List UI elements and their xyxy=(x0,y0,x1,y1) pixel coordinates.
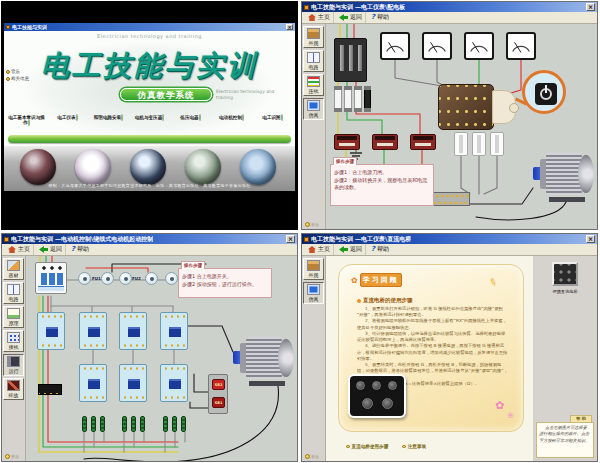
english-tagline: Electrician technology and training xyxy=(4,33,295,39)
menu-item-drawing-reading[interactable]: 电工识图 xyxy=(252,115,293,125)
stop-button[interactable]: SB2 xyxy=(212,379,225,390)
subtitle-banner: 仿真教学系统 xyxy=(120,88,212,101)
sidebar-button-principle[interactable]: 原理 xyxy=(3,306,24,328)
help-button[interactable]: ?帮助 xyxy=(368,12,392,23)
ground-symbol xyxy=(350,152,362,154)
analog-meter xyxy=(422,32,452,60)
sidebar-button-materials[interactable]: 器材 xyxy=(3,258,24,280)
music-icon xyxy=(305,454,310,459)
help-label: 帮助 xyxy=(77,245,89,254)
knife-switch[interactable] xyxy=(334,38,367,82)
badge-text: 学习回顾 xyxy=(360,273,402,287)
sidebar-button-appearance[interactable]: 外观 xyxy=(303,26,324,48)
menu-label: 电工基本常识与操作 xyxy=(8,115,45,125)
fuse xyxy=(101,272,114,285)
sidebar-button-run[interactable]: 运行 xyxy=(3,354,24,376)
link-precautions[interactable]: 注意事项 xyxy=(402,444,426,449)
transfer-switch[interactable] xyxy=(438,84,494,130)
menu-label: 电动机控制 xyxy=(219,115,242,120)
help-button[interactable]: ?帮助 xyxy=(68,244,92,255)
titlebar: 电工技能与实训 —电工仪表\配电板 × xyxy=(302,2,597,12)
close-icon[interactable]: × xyxy=(286,235,295,243)
magnifier-detail[interactable] xyxy=(522,70,566,114)
help-button[interactable]: ?帮助 xyxy=(368,244,392,255)
menu-label: 照明电路安装 xyxy=(94,115,122,120)
close-icon[interactable]: × xyxy=(586,235,595,243)
back-button[interactable]: 返回 xyxy=(336,244,366,255)
contactor xyxy=(160,364,188,402)
step-line: 步骤2：拨动转换开关，观察电压表和电流表的读数。 xyxy=(334,177,430,192)
menu-item-lv-apparatus[interactable]: 低压电器 xyxy=(170,115,211,125)
menu-item-instruments[interactable]: 电工仪表 xyxy=(47,115,88,125)
start-button[interactable]: SB1 xyxy=(212,397,225,408)
menu-item-lighting[interactable]: 照明电路安装 xyxy=(88,115,129,125)
troubleshoot-icon xyxy=(7,380,20,391)
content-step: 4、进行电桥平衡调节。先按下按钮 B 接通电源，再按下按钮 G 接通检流计，根据… xyxy=(357,343,509,362)
menu-label: 低压电器 xyxy=(180,115,198,120)
music-toggle[interactable]: 音乐 xyxy=(305,222,319,227)
principle-icon xyxy=(7,308,20,319)
home-button[interactable]: 主页 xyxy=(305,244,334,255)
letterbox-bar xyxy=(1,191,298,230)
sidebar-button-simulation[interactable]: 仿真 xyxy=(303,282,324,304)
bridge-thumbnail[interactable] xyxy=(552,262,578,286)
back-button[interactable]: 返回 xyxy=(336,12,366,23)
window-title: 电工技能与实训 xyxy=(12,24,47,30)
home-button[interactable]: 主页 xyxy=(5,244,34,255)
sidebar-button-circuit[interactable]: 电路 xyxy=(303,50,324,72)
close-icon[interactable]: × xyxy=(286,24,293,30)
menu-bullet-icon[interactable] xyxy=(28,119,30,126)
menu-bullet-icon[interactable] xyxy=(242,114,244,121)
steps-tab: 操作步骤 xyxy=(181,261,205,269)
window-title: 电工技能与实训 —电工仪表\配电板 xyxy=(311,3,405,12)
learning-content: ✿学习回顾 直流电桥的使用步骤 1、测量前先打开检流计锁扣，即将 G 接线柱处的… xyxy=(326,256,597,461)
help-text: 点击右侧图片可选择要进行相应操作的器件。点击下方按钮可学习相关知识。 xyxy=(539,425,591,444)
computer-icon xyxy=(307,100,320,111)
music-toggle[interactable]: 音乐 xyxy=(5,454,19,459)
back-button[interactable]: 返回 xyxy=(36,244,66,255)
content-step: 2、将被测电阻用较粗的短导线接于面板上标有“RX”的两接线柱上并旋紧，使其处于良… xyxy=(357,318,509,330)
menu-bullet-icon[interactable] xyxy=(162,114,164,121)
menu-item-motor-control[interactable]: 电动机控制 xyxy=(211,115,252,125)
content-step: 1、测量前先打开检流计锁扣，即将 G 接线柱处的金属接片由“内接”拨到“外接”，… xyxy=(357,306,509,318)
link-usage-steps[interactable]: 直流电桥使用步骤 xyxy=(346,444,388,449)
sidebar-button-appearance[interactable]: 外观 xyxy=(303,258,324,280)
menu-bullet-icon[interactable] xyxy=(121,114,123,121)
music-label: 音乐 xyxy=(311,222,319,227)
flower-icon: ✿ xyxy=(351,276,358,285)
menu-bullet-icon[interactable] xyxy=(76,114,78,121)
sidebar-label: 外观 xyxy=(309,40,319,46)
contactor xyxy=(160,312,188,350)
sidebar-button-troubleshoot[interactable]: 排故 xyxy=(3,378,24,400)
flower-icon: ✿ xyxy=(495,399,504,412)
credit-line: 研制：大连海事大学信息工程学院信息教育技术研究所 出版：高等教育出版社 高等教育… xyxy=(4,183,295,188)
menu-item-motors-transformers[interactable]: 电机与变压器 xyxy=(129,115,170,125)
step-line: 步骤2 按动按钮，进行运行操作。 xyxy=(182,281,268,289)
content-title: 直流电桥的使用步骤 xyxy=(363,297,413,304)
window-distribution-board: 电工技能与实训 —电工仪表\配电板 × 主页 返回 ?帮助 外观 电路 连线 仿… xyxy=(301,1,598,230)
home-button[interactable]: 主页 xyxy=(305,12,334,23)
back-label: 返回 xyxy=(350,245,362,254)
home-icon xyxy=(308,14,316,21)
sidebar-button-wiring[interactable]: 连线 xyxy=(303,74,324,96)
motor xyxy=(233,334,295,386)
steps-box: 操作步骤 步骤1：合上电源刀闸。 步骤2：拨动转换开关，观察电压表和电流表的读数… xyxy=(330,164,434,206)
sidebar-button-circuit[interactable]: 电路 xyxy=(3,282,24,304)
sidebar-button-simulation[interactable]: 仿真 xyxy=(303,98,324,120)
fuse-cartridge xyxy=(364,86,371,112)
sidebar-button-terminals[interactable]: 接线 xyxy=(3,330,24,352)
menu-bullet-icon[interactable] xyxy=(199,114,201,121)
circuit-breaker[interactable] xyxy=(35,262,67,294)
sidebar-label: 原理 xyxy=(9,320,19,326)
close-icon[interactable]: × xyxy=(586,3,595,11)
home-icon xyxy=(8,246,16,253)
analog-meter xyxy=(464,32,494,60)
back-icon xyxy=(339,246,348,253)
menu-item-basics[interactable]: 电工基本常识与操作 xyxy=(6,115,47,125)
mode-sidebar: 外观 仿真 xyxy=(302,256,326,461)
menu-bullet-icon[interactable] xyxy=(281,114,283,121)
music-toggle[interactable]: 音乐 xyxy=(305,454,319,459)
help-icon: ? xyxy=(371,246,375,253)
sidebar-label: 仿真 xyxy=(309,112,319,118)
simulation-canvas: FU1 FU2 SB2 SB1 xyxy=(26,256,297,461)
